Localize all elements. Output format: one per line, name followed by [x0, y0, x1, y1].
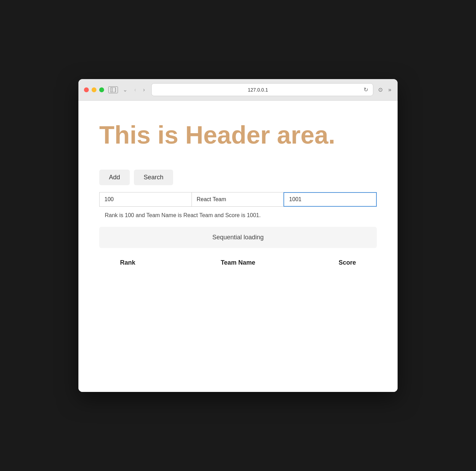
- table-header: Rank Team Name Score: [99, 256, 377, 269]
- minimize-button[interactable]: [92, 87, 96, 92]
- url-display: 127.0.0.1: [156, 87, 360, 93]
- back-button[interactable]: ‹: [132, 86, 138, 94]
- result-text: Rank is 100 and Team Name is React Team …: [99, 212, 377, 219]
- browser-window: ⌄ ‹ › 127.0.0.1 ↻ ⊙ » This is Header are…: [78, 79, 398, 392]
- chevron-down-icon[interactable]: ⌄: [121, 86, 129, 94]
- rank-column-header: Rank: [106, 256, 199, 269]
- maximize-button[interactable]: [99, 87, 104, 92]
- sidebar-toggle-button[interactable]: [108, 86, 118, 93]
- address-bar[interactable]: 127.0.0.1 ↻: [151, 83, 373, 96]
- add-button[interactable]: Add: [99, 170, 130, 185]
- team-name-input[interactable]: [192, 192, 284, 207]
- page-title: This is Header area.: [99, 121, 377, 149]
- search-button[interactable]: Search: [134, 170, 173, 185]
- traffic-lights: [84, 87, 104, 92]
- form-fields: [99, 192, 377, 207]
- close-button[interactable]: [84, 87, 89, 92]
- action-buttons: Add Search: [99, 170, 377, 185]
- svg-rect-1: [110, 87, 116, 92]
- sequential-loading-label: Sequential loading: [212, 234, 264, 241]
- team-name-column-header: Team Name: [199, 256, 278, 269]
- sequential-loading-section: Sequential loading: [99, 227, 377, 248]
- reload-button[interactable]: ↻: [363, 86, 369, 94]
- browser-chrome: ⌄ ‹ › 127.0.0.1 ↻ ⊙ »: [78, 79, 398, 101]
- rank-input[interactable]: [99, 192, 192, 207]
- score-column-header: Score: [277, 256, 370, 269]
- browser-content: This is Header area. Add Search Rank is …: [78, 101, 398, 392]
- more-button[interactable]: »: [388, 86, 392, 94]
- score-input[interactable]: [283, 192, 377, 207]
- download-button[interactable]: ⊙: [377, 86, 383, 94]
- forward-button[interactable]: ›: [141, 86, 147, 94]
- browser-controls: ⌄ ‹ ›: [108, 86, 147, 94]
